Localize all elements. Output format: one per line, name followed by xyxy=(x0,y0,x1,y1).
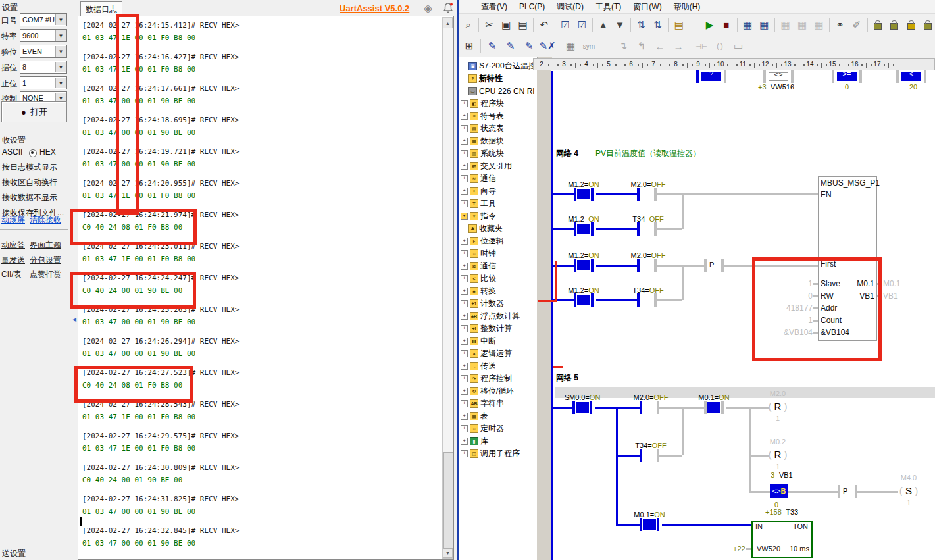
cut-icon[interactable]: ✂ xyxy=(482,16,497,34)
options-icon[interactable]: ▤ xyxy=(671,16,686,34)
tree-item-status-table[interactable]: +▤状态表 xyxy=(461,122,504,135)
download-icon[interactable]: ▼ xyxy=(612,16,627,34)
tree-item-new-features[interactable]: ?新特性 xyxy=(461,72,503,85)
tree-item-timer[interactable]: +○定时器 xyxy=(461,422,504,435)
tree-item-subroutine[interactable]: +◫调用子程序 xyxy=(461,447,520,460)
quick-link[interactable]: 点赞打赏 xyxy=(30,269,61,280)
chevron-down-icon[interactable]: ▼ xyxy=(55,14,66,25)
expander-plus-icon[interactable]: + xyxy=(461,100,468,107)
quick-link[interactable]: 量发送 xyxy=(1,255,25,266)
stop-icon[interactable]: ■ xyxy=(719,16,734,34)
expander-plus-icon[interactable]: + xyxy=(461,163,468,170)
tree-item-data-block[interactable]: +▦数据块 xyxy=(461,135,504,147)
compile-all-icon[interactable]: ☑ xyxy=(574,16,590,34)
autoscroll-link[interactable]: 动滚屏 xyxy=(1,215,25,226)
cursor-left-icon[interactable]: ← xyxy=(651,38,669,55)
addr-table-icon[interactable]: ▦ xyxy=(562,38,579,55)
pause-status-icon[interactable]: ▦ xyxy=(757,16,772,34)
serial-field-select[interactable]: 1▼ xyxy=(20,76,67,89)
network-up-icon[interactable]: ↰ xyxy=(633,38,650,55)
tree-item-system-block[interactable]: +▥系统块 xyxy=(461,147,504,160)
menu-W[interactable]: 窗口(W) xyxy=(633,1,661,13)
tree-item-library[interactable]: +▮库 xyxy=(461,435,488,447)
tree-item-instructions[interactable]: ▾▾指令 xyxy=(461,210,496,222)
expander-plus-icon[interactable]: + xyxy=(461,250,468,257)
serial-field-select[interactable]: 9600▼ xyxy=(20,29,67,42)
expander-plus-icon[interactable]: + xyxy=(461,388,468,395)
radio-ascii-label[interactable]: ASCII xyxy=(2,147,22,157)
quick-link[interactable]: 界面主题 xyxy=(30,240,61,251)
chart-status-icon[interactable]: ▦ xyxy=(778,16,793,34)
serial-field-select[interactable]: COM7 #USB▼ xyxy=(20,13,67,26)
uartassist-brand-link[interactable]: UartAssist V5.0.2 xyxy=(340,3,409,13)
expander-plus-icon[interactable]: + xyxy=(461,275,468,282)
tree-item-program-block[interactable]: +◧程序块 xyxy=(461,97,504,110)
expander-plus-icon[interactable]: + xyxy=(461,138,468,145)
expander-plus-icon[interactable]: + xyxy=(461,425,468,432)
chevron-down-icon[interactable]: ▼ xyxy=(55,78,66,88)
paste-icon[interactable]: ▤ xyxy=(515,16,530,34)
tree-item-program-control[interactable]: +↷程序控制 xyxy=(461,372,512,385)
cursor-right-icon[interactable]: → xyxy=(670,38,687,55)
diamond-icon[interactable]: ◈ xyxy=(424,1,432,15)
copy-icon[interactable]: ▣ xyxy=(499,16,514,34)
radio-hex-icon[interactable] xyxy=(29,149,37,157)
menu-PLCP[interactable]: PLC(P) xyxy=(519,2,545,11)
log-scrollbar[interactable]: ▲ ▼ xyxy=(442,17,453,559)
bookmark-pen-icon[interactable]: ✎ xyxy=(484,38,501,55)
receive-option-checkbox[interactable]: 按日志模式显示 xyxy=(2,162,57,173)
tree-item-float-math[interactable]: +±R浮点数计算 xyxy=(461,310,520,322)
clear-receive-link[interactable]: 清除接收 xyxy=(30,215,61,226)
expander-plus-icon[interactable]: + xyxy=(461,325,468,332)
collapse-panel-button[interactable]: ◄ xyxy=(71,316,78,323)
insert-coil-icon[interactable]: ( ) xyxy=(711,38,728,55)
menu-V[interactable]: 查看(V) xyxy=(481,1,507,13)
serial-field-select[interactable]: 8▼ xyxy=(20,61,67,74)
bookmark-clear-icon[interactable]: ✎✗ xyxy=(539,38,556,55)
tree-item-logic-ops[interactable]: +∧逻辑运算 xyxy=(461,347,512,360)
insert-contact-icon[interactable]: ⊣⊢ xyxy=(693,38,710,55)
read-glasses-icon[interactable]: ⚭ xyxy=(832,16,847,34)
quick-link[interactable]: 分包设置 xyxy=(30,255,61,266)
expander-open-icon[interactable]: ▾ xyxy=(461,213,468,220)
chevron-down-icon[interactable]: ▼ xyxy=(55,62,66,72)
expander-plus-icon[interactable]: + xyxy=(461,338,468,345)
tree-item-string[interactable]: +AB字符串 xyxy=(461,397,504,410)
tree-item-communication[interactable]: +≋通信 xyxy=(461,172,496,185)
lock-icon-1[interactable] xyxy=(870,16,885,34)
tree-item-symbol-table[interactable]: +≡符号表 xyxy=(461,110,504,122)
expander-plus-icon[interactable]: + xyxy=(461,413,468,420)
chevron-down-icon[interactable]: ▼ xyxy=(55,46,66,57)
find-icon[interactable]: ⌕ xyxy=(461,16,476,34)
expander-plus-icon[interactable]: + xyxy=(461,150,468,157)
scroll-up-icon[interactable]: ▲ xyxy=(443,18,453,28)
trend-chart-icon[interactable]: ▦ xyxy=(794,16,809,34)
bell-icon[interactable] xyxy=(442,2,454,14)
undo-icon[interactable]: ↶ xyxy=(536,16,551,34)
grid-icon[interactable]: ⊞ xyxy=(461,38,478,55)
run-icon[interactable]: ▶ xyxy=(702,16,717,34)
expander-plus-icon[interactable]: + xyxy=(461,238,468,245)
expander-plus-icon[interactable]: + xyxy=(461,263,468,270)
tree-item-move[interactable]: +→传送 xyxy=(461,360,496,372)
expander-plus-icon[interactable]: + xyxy=(461,350,468,357)
sort-desc-icon[interactable]: ⇅ xyxy=(650,16,665,34)
tree-item-bit-logic[interactable]: +⊦位逻辑 xyxy=(461,235,504,247)
sym-icon[interactable]: sym xyxy=(580,38,597,55)
scrollbar-thumb[interactable] xyxy=(443,452,453,549)
scroll-down-icon[interactable]: ▼ xyxy=(443,547,453,558)
lock-key-icon[interactable] xyxy=(903,16,919,34)
expander-plus-icon[interactable]: + xyxy=(461,300,468,307)
insert-box-icon[interactable]: ▭ xyxy=(730,38,747,55)
expander-plus-icon[interactable]: + xyxy=(461,113,468,120)
tree-item-interrupt[interactable]: +Ⅲ中断 xyxy=(461,335,496,347)
expander-plus-icon[interactable]: + xyxy=(461,363,468,370)
tree-item-comm-instr[interactable]: +≋通信 xyxy=(461,260,496,272)
receive-option-checkbox[interactable]: 接收区自动换行 xyxy=(2,177,57,188)
tree-item-counter[interactable]: ++1计数器 xyxy=(461,297,504,310)
tree-item-shift-rotate[interactable]: +↻移位/循环 xyxy=(461,385,514,397)
status-chart-icon[interactable]: ▦ xyxy=(811,16,826,34)
tree-item-table[interactable]: +▦表 xyxy=(461,410,488,422)
tree-item-compare[interactable]: +<比较 xyxy=(461,272,496,285)
write-brush-icon[interactable]: ✐ xyxy=(849,16,864,34)
